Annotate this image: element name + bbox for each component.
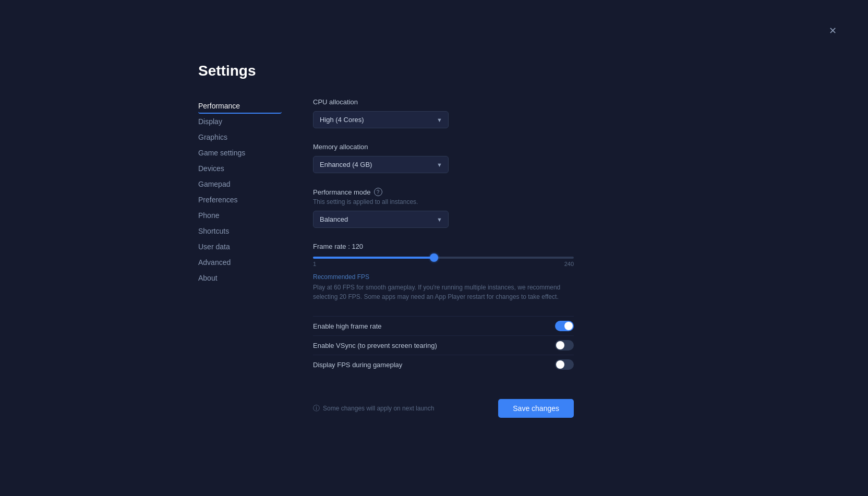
- cpu-allocation-label: CPU allocation: [313, 98, 574, 106]
- settings-container: Settings Performance Display Graphics Ga…: [198, 63, 574, 418]
- sidebar-item-shortcuts[interactable]: Shortcuts: [198, 223, 282, 239]
- slider-range-labels: 1 240: [313, 261, 574, 267]
- sidebar-item-devices[interactable]: Devices: [198, 161, 282, 176]
- high-frame-rate-label: Enable high frame rate: [313, 322, 382, 330]
- display-fps-toggle[interactable]: [555, 359, 574, 370]
- high-frame-rate-toggle[interactable]: [555, 321, 574, 331]
- frame-rate-section: Frame rate : 120 1 240 Recommended FPS P…: [313, 243, 574, 301]
- vsync-knob: [556, 341, 564, 349]
- fps-recommendation-label: Recommended FPS: [313, 273, 574, 281]
- vsync-toggle[interactable]: [555, 340, 574, 350]
- high-frame-rate-track: [555, 321, 574, 331]
- sidebar-item-preferences[interactable]: Preferences: [198, 192, 282, 208]
- close-button[interactable]: ✕: [829, 26, 837, 35]
- footer-info-icon: ⓘ: [313, 404, 320, 413]
- cpu-allocation-section: CPU allocation Low (1 Core) Medium (2 Co…: [313, 98, 574, 128]
- fps-description: Play at 60 FPS for smooth gameplay. If y…: [313, 283, 574, 301]
- footer-note-text: Some changes will apply on next launch: [323, 405, 434, 412]
- slider-min-label: 1: [313, 261, 316, 267]
- sidebar-item-phone[interactable]: Phone: [198, 208, 282, 223]
- cpu-allocation-select[interactable]: Low (1 Core) Medium (2 Cores) High (4 Co…: [313, 111, 449, 128]
- slider-track: [313, 257, 574, 259]
- page-title: Settings: [198, 63, 574, 79]
- toggle-row-high-frame-rate: Enable high frame rate: [313, 316, 574, 335]
- performance-mode-select[interactable]: Power saving Balanced High performance: [313, 211, 449, 228]
- sidebar-item-performance[interactable]: Performance: [198, 98, 282, 114]
- toggle-row-display-fps: Display FPS during gameplay: [313, 355, 574, 374]
- footer-note: ⓘ Some changes will apply on next launch: [313, 404, 434, 413]
- memory-allocation-wrapper: Low (1 GB) Medium (2 GB) High (3 GB) Enh…: [313, 156, 449, 173]
- display-fps-label: Display FPS during gameplay: [313, 361, 402, 369]
- performance-mode-help-icon[interactable]: ?: [374, 188, 382, 196]
- frame-rate-label: Frame rate : 120: [313, 243, 574, 250]
- settings-body: Performance Display Graphics Game settin…: [198, 98, 574, 418]
- display-fps-track: [555, 359, 574, 370]
- display-fps-knob: [556, 360, 564, 369]
- sidebar-item-user-data[interactable]: User data: [198, 239, 282, 255]
- memory-allocation-section: Memory allocation Low (1 GB) Medium (2 G…: [313, 143, 574, 173]
- content-area: CPU allocation Low (1 Core) Medium (2 Co…: [313, 98, 574, 418]
- sidebar-item-gamepad[interactable]: Gamepad: [198, 176, 282, 192]
- sidebar-item-display[interactable]: Display: [198, 114, 282, 129]
- cpu-allocation-wrapper: Low (1 Core) Medium (2 Cores) High (4 Co…: [313, 111, 449, 128]
- vsync-track: [555, 340, 574, 350]
- save-changes-button[interactable]: Save changes: [498, 399, 574, 418]
- sidebar-item-game-settings[interactable]: Game settings: [198, 145, 282, 161]
- sidebar-item-advanced[interactable]: Advanced: [198, 255, 282, 270]
- slider-fill: [313, 257, 434, 259]
- high-frame-rate-knob: [564, 322, 573, 330]
- memory-allocation-label: Memory allocation: [313, 143, 574, 151]
- memory-allocation-select[interactable]: Low (1 GB) Medium (2 GB) High (3 GB) Enh…: [313, 156, 449, 173]
- slider-max-label: 240: [564, 261, 574, 267]
- toggle-row-vsync: Enable VSync (to prevent screen tearing): [313, 335, 574, 355]
- frame-rate-slider-container: [313, 257, 574, 259]
- close-icon: ✕: [829, 26, 837, 36]
- performance-mode-label: Performance mode ?: [313, 188, 574, 196]
- performance-mode-description: This setting is applied to all instances…: [313, 198, 574, 205]
- slider-thumb: [430, 253, 438, 262]
- sidebar-item-about[interactable]: About: [198, 270, 282, 286]
- toggles-section: Enable high frame rate Enable VSync (to …: [313, 316, 574, 374]
- sidebar: Performance Display Graphics Game settin…: [198, 98, 282, 418]
- sidebar-item-graphics[interactable]: Graphics: [198, 129, 282, 145]
- performance-mode-wrapper: Power saving Balanced High performance ▼: [313, 211, 449, 228]
- footer: ⓘ Some changes will apply on next launch…: [313, 391, 574, 418]
- performance-mode-section: Performance mode ? This setting is appli…: [313, 188, 574, 228]
- vsync-label: Enable VSync (to prevent screen tearing): [313, 342, 437, 349]
